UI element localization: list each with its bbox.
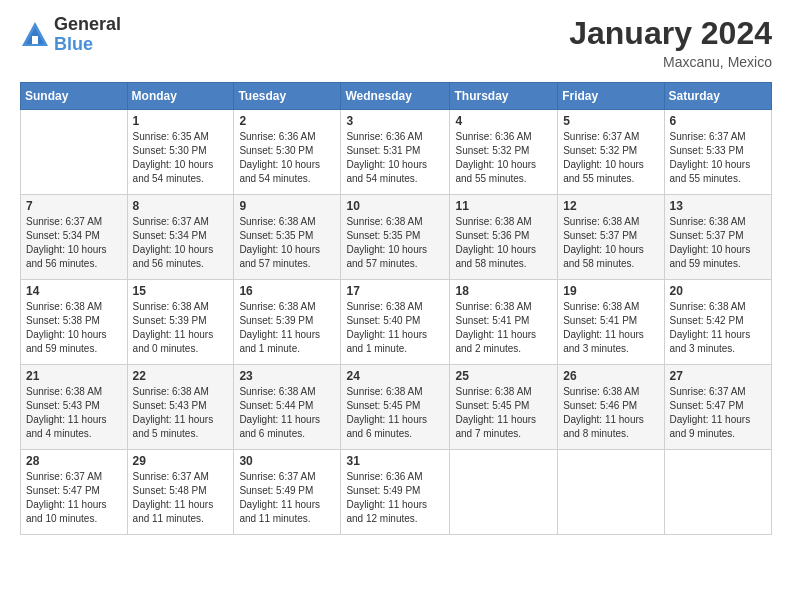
header-sunday: Sunday xyxy=(21,83,128,110)
day-info: Sunrise: 6:38 AM Sunset: 5:36 PM Dayligh… xyxy=(455,215,552,271)
day-info: Sunrise: 6:36 AM Sunset: 5:49 PM Dayligh… xyxy=(346,470,444,526)
day-info: Sunrise: 6:36 AM Sunset: 5:30 PM Dayligh… xyxy=(239,130,335,186)
calendar-cell: 31Sunrise: 6:36 AM Sunset: 5:49 PM Dayli… xyxy=(341,450,450,535)
day-info: Sunrise: 6:38 AM Sunset: 5:39 PM Dayligh… xyxy=(133,300,229,356)
calendar-cell: 16Sunrise: 6:38 AM Sunset: 5:39 PM Dayli… xyxy=(234,280,341,365)
day-number: 12 xyxy=(563,199,658,213)
day-number: 8 xyxy=(133,199,229,213)
month-year-title: January 2024 xyxy=(569,15,772,52)
day-number: 4 xyxy=(455,114,552,128)
calendar-cell: 26Sunrise: 6:38 AM Sunset: 5:46 PM Dayli… xyxy=(558,365,664,450)
day-number: 15 xyxy=(133,284,229,298)
day-info: Sunrise: 6:37 AM Sunset: 5:49 PM Dayligh… xyxy=(239,470,335,526)
day-number: 19 xyxy=(563,284,658,298)
day-info: Sunrise: 6:38 AM Sunset: 5:41 PM Dayligh… xyxy=(455,300,552,356)
day-info: Sunrise: 6:38 AM Sunset: 5:35 PM Dayligh… xyxy=(239,215,335,271)
header-wednesday: Wednesday xyxy=(341,83,450,110)
day-number: 31 xyxy=(346,454,444,468)
day-info: Sunrise: 6:38 AM Sunset: 5:44 PM Dayligh… xyxy=(239,385,335,441)
day-info: Sunrise: 6:38 AM Sunset: 5:37 PM Dayligh… xyxy=(670,215,766,271)
calendar-cell: 29Sunrise: 6:37 AM Sunset: 5:48 PM Dayli… xyxy=(127,450,234,535)
calendar-cell: 10Sunrise: 6:38 AM Sunset: 5:35 PM Dayli… xyxy=(341,195,450,280)
logo-general-text: General xyxy=(54,15,121,35)
day-number: 24 xyxy=(346,369,444,383)
day-info: Sunrise: 6:38 AM Sunset: 5:39 PM Dayligh… xyxy=(239,300,335,356)
day-number: 5 xyxy=(563,114,658,128)
calendar-cell: 1Sunrise: 6:35 AM Sunset: 5:30 PM Daylig… xyxy=(127,110,234,195)
day-info: Sunrise: 6:38 AM Sunset: 5:40 PM Dayligh… xyxy=(346,300,444,356)
day-info: Sunrise: 6:37 AM Sunset: 5:34 PM Dayligh… xyxy=(133,215,229,271)
calendar-cell: 20Sunrise: 6:38 AM Sunset: 5:42 PM Dayli… xyxy=(664,280,771,365)
header-saturday: Saturday xyxy=(664,83,771,110)
header-thursday: Thursday xyxy=(450,83,558,110)
day-number: 21 xyxy=(26,369,122,383)
calendar-cell: 5Sunrise: 6:37 AM Sunset: 5:32 PM Daylig… xyxy=(558,110,664,195)
calendar-cell: 7Sunrise: 6:37 AM Sunset: 5:34 PM Daylig… xyxy=(21,195,128,280)
calendar-cell: 25Sunrise: 6:38 AM Sunset: 5:45 PM Dayli… xyxy=(450,365,558,450)
calendar-cell: 23Sunrise: 6:38 AM Sunset: 5:44 PM Dayli… xyxy=(234,365,341,450)
calendar-cell: 17Sunrise: 6:38 AM Sunset: 5:40 PM Dayli… xyxy=(341,280,450,365)
day-number: 30 xyxy=(239,454,335,468)
day-info: Sunrise: 6:38 AM Sunset: 5:46 PM Dayligh… xyxy=(563,385,658,441)
day-info: Sunrise: 6:38 AM Sunset: 5:41 PM Dayligh… xyxy=(563,300,658,356)
day-number: 13 xyxy=(670,199,766,213)
logo: General Blue xyxy=(20,15,121,55)
calendar-cell: 8Sunrise: 6:37 AM Sunset: 5:34 PM Daylig… xyxy=(127,195,234,280)
day-number: 23 xyxy=(239,369,335,383)
calendar-cell: 15Sunrise: 6:38 AM Sunset: 5:39 PM Dayli… xyxy=(127,280,234,365)
day-number: 20 xyxy=(670,284,766,298)
calendar-cell: 18Sunrise: 6:38 AM Sunset: 5:41 PM Dayli… xyxy=(450,280,558,365)
day-number: 7 xyxy=(26,199,122,213)
calendar-week-row: 21Sunrise: 6:38 AM Sunset: 5:43 PM Dayli… xyxy=(21,365,772,450)
day-info: Sunrise: 6:37 AM Sunset: 5:47 PM Dayligh… xyxy=(26,470,122,526)
day-number: 22 xyxy=(133,369,229,383)
day-info: Sunrise: 6:35 AM Sunset: 5:30 PM Dayligh… xyxy=(133,130,229,186)
day-number: 1 xyxy=(133,114,229,128)
calendar-week-row: 28Sunrise: 6:37 AM Sunset: 5:47 PM Dayli… xyxy=(21,450,772,535)
day-number: 2 xyxy=(239,114,335,128)
calendar-cell: 14Sunrise: 6:38 AM Sunset: 5:38 PM Dayli… xyxy=(21,280,128,365)
calendar-cell xyxy=(664,450,771,535)
logo-blue-text: Blue xyxy=(54,35,121,55)
calendar-cell xyxy=(558,450,664,535)
calendar-table: Sunday Monday Tuesday Wednesday Thursday… xyxy=(20,82,772,535)
calendar-cell: 13Sunrise: 6:38 AM Sunset: 5:37 PM Dayli… xyxy=(664,195,771,280)
calendar-cell: 28Sunrise: 6:37 AM Sunset: 5:47 PM Dayli… xyxy=(21,450,128,535)
weekday-header-row: Sunday Monday Tuesday Wednesday Thursday… xyxy=(21,83,772,110)
calendar-week-row: 1Sunrise: 6:35 AM Sunset: 5:30 PM Daylig… xyxy=(21,110,772,195)
day-info: Sunrise: 6:36 AM Sunset: 5:32 PM Dayligh… xyxy=(455,130,552,186)
day-info: Sunrise: 6:37 AM Sunset: 5:33 PM Dayligh… xyxy=(670,130,766,186)
day-info: Sunrise: 6:37 AM Sunset: 5:47 PM Dayligh… xyxy=(670,385,766,441)
logo-text: General Blue xyxy=(54,15,121,55)
day-number: 10 xyxy=(346,199,444,213)
calendar-cell: 4Sunrise: 6:36 AM Sunset: 5:32 PM Daylig… xyxy=(450,110,558,195)
calendar-week-row: 14Sunrise: 6:38 AM Sunset: 5:38 PM Dayli… xyxy=(21,280,772,365)
calendar-cell: 6Sunrise: 6:37 AM Sunset: 5:33 PM Daylig… xyxy=(664,110,771,195)
logo-icon xyxy=(20,20,50,50)
location-subtitle: Maxcanu, Mexico xyxy=(569,54,772,70)
calendar-week-row: 7Sunrise: 6:37 AM Sunset: 5:34 PM Daylig… xyxy=(21,195,772,280)
day-number: 6 xyxy=(670,114,766,128)
day-info: Sunrise: 6:36 AM Sunset: 5:31 PM Dayligh… xyxy=(346,130,444,186)
day-number: 26 xyxy=(563,369,658,383)
calendar-cell: 22Sunrise: 6:38 AM Sunset: 5:43 PM Dayli… xyxy=(127,365,234,450)
calendar-cell xyxy=(21,110,128,195)
day-info: Sunrise: 6:38 AM Sunset: 5:45 PM Dayligh… xyxy=(346,385,444,441)
calendar-cell: 3Sunrise: 6:36 AM Sunset: 5:31 PM Daylig… xyxy=(341,110,450,195)
calendar-cell: 9Sunrise: 6:38 AM Sunset: 5:35 PM Daylig… xyxy=(234,195,341,280)
day-info: Sunrise: 6:38 AM Sunset: 5:45 PM Dayligh… xyxy=(455,385,552,441)
page: General Blue January 2024 Maxcanu, Mexic… xyxy=(0,0,792,612)
day-info: Sunrise: 6:38 AM Sunset: 5:38 PM Dayligh… xyxy=(26,300,122,356)
title-section: January 2024 Maxcanu, Mexico xyxy=(569,15,772,70)
day-number: 25 xyxy=(455,369,552,383)
header: General Blue January 2024 Maxcanu, Mexic… xyxy=(20,15,772,70)
day-info: Sunrise: 6:38 AM Sunset: 5:43 PM Dayligh… xyxy=(26,385,122,441)
header-friday: Friday xyxy=(558,83,664,110)
day-number: 27 xyxy=(670,369,766,383)
calendar-cell: 24Sunrise: 6:38 AM Sunset: 5:45 PM Dayli… xyxy=(341,365,450,450)
day-number: 14 xyxy=(26,284,122,298)
calendar-cell xyxy=(450,450,558,535)
calendar-cell: 2Sunrise: 6:36 AM Sunset: 5:30 PM Daylig… xyxy=(234,110,341,195)
header-monday: Monday xyxy=(127,83,234,110)
day-info: Sunrise: 6:38 AM Sunset: 5:43 PM Dayligh… xyxy=(133,385,229,441)
